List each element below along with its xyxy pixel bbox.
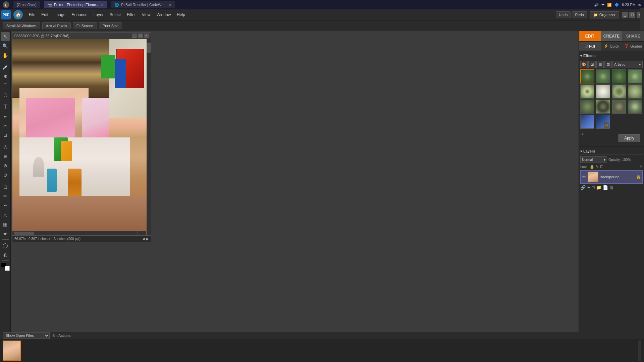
layer-btn-new[interactable]: 📄 — [603, 185, 608, 190]
menu-image[interactable]: Image — [52, 11, 68, 18]
filmstrip-vscroll[interactable] — [640, 8, 644, 30]
effects-header[interactable]: ▾ Effects — [580, 52, 643, 59]
statusbar-next-icon[interactable]: ▶ — [146, 237, 149, 241]
hand-tool[interactable]: ✋ — [1, 51, 10, 60]
tab-crossover[interactable]: [CrossOver] — [13, 1, 40, 8]
fit-screen-button[interactable]: Fit Screen — [73, 22, 97, 29]
print-size-button[interactable]: Print Size — [99, 22, 122, 29]
tab-edit[interactable]: EDIT — [579, 31, 601, 41]
color-swatches[interactable] — [1, 262, 10, 271]
menu-help[interactable]: Help — [174, 11, 188, 18]
effect-thumb-4[interactable] — [628, 69, 642, 83]
fill-tool[interactable]: △ — [1, 210, 10, 219]
effect-thumb-6[interactable] — [596, 84, 610, 99]
effect-thumb-14[interactable]: 🦋 — [596, 115, 610, 129]
layer-btn-delete[interactable]: 🗑 — [609, 185, 614, 190]
apply-button[interactable]: Apply — [619, 134, 640, 142]
lock-icon-2[interactable]: ✎ — [596, 165, 599, 169]
layers-mode-dropdown[interactable]: Normal ▾ — [580, 156, 607, 163]
filmstrip-dropdown[interactable]: Show Open Files — [3, 332, 50, 339]
effect-thumb-10[interactable] — [596, 100, 610, 114]
effects-category-dropdown[interactable]: Artistic ▾ — [612, 61, 643, 68]
img-minimize-button[interactable]: _ — [132, 34, 137, 38]
menu-layer[interactable]: Layer — [91, 11, 106, 18]
scroll-v-thumb[interactable] — [147, 43, 151, 53]
effects-filter-btn-2[interactable]: 🖼 — [588, 61, 596, 68]
effect-thumb-5[interactable] — [580, 84, 594, 99]
layer-btn-group[interactable]: 📁 — [596, 185, 601, 190]
statusbar-prev-icon[interactable]: ◀ — [142, 237, 145, 241]
scroll-v-track[interactable] — [147, 39, 151, 235]
dodge-tool[interactable]: ◐ — [1, 250, 10, 259]
layer-row-background[interactable]: 👁 Background 🔒 — [580, 170, 643, 184]
pencil-tool[interactable]: ✒ — [1, 201, 10, 210]
background-color[interactable] — [5, 266, 10, 271]
effect-thumb-3[interactable] — [612, 69, 626, 83]
scroll-h-thumb[interactable] — [14, 232, 34, 235]
straighten-tool[interactable]: ⊿ — [1, 131, 10, 139]
gradient-tool[interactable]: ▦ — [1, 220, 10, 229]
menu-window[interactable]: Window — [154, 11, 174, 18]
blur-tool[interactable]: ◯ — [1, 241, 10, 250]
layer-btn-link[interactable]: 🔗 — [580, 185, 586, 190]
tab-close-icon2[interactable]: ✕ — [169, 3, 171, 7]
cookie-cutter-tool[interactable]: ✂ — [1, 121, 10, 130]
effects-filter-btn-4[interactable]: ⊡ — [604, 61, 612, 68]
menu-enhance[interactable]: Enhance — [69, 11, 90, 18]
undo-button[interactable]: Undo — [556, 11, 571, 18]
scroll-all-windows-button[interactable]: Scroll All Windows — [3, 22, 40, 29]
filmstrip-scroll[interactable] — [638, 341, 641, 361]
sub-tab-full[interactable]: ⊞ Full — [579, 42, 601, 51]
organizer-button[interactable]: 📁 Organizer — [590, 11, 619, 18]
lock-icon-3[interactable]: ☐ — [600, 165, 603, 169]
effects-more-icon[interactable]: ≡ — [582, 132, 584, 144]
redo-button[interactable]: Redo — [572, 11, 587, 18]
effect-thumb-7[interactable] — [612, 84, 626, 99]
scroll-h-track[interactable] — [12, 231, 146, 235]
custom-shape-tool[interactable]: ★ — [1, 229, 10, 238]
tab-editor[interactable]: 📷 Editor - Photoshop Eleme... ✕ — [44, 1, 107, 8]
brush-tool[interactable]: ✏ — [1, 192, 10, 200]
effect-thumb-2[interactable] — [596, 69, 610, 83]
heal-tool[interactable]: ⊗ — [1, 161, 10, 170]
layer-btn-effect[interactable]: ✦ — [587, 185, 591, 190]
sub-tab-quick[interactable]: ⚡ Quick — [601, 42, 623, 51]
maximize-button[interactable]: ☐ — [629, 12, 635, 18]
menu-select[interactable]: Select — [107, 11, 123, 18]
layer-delete-btn[interactable]: ✕ — [639, 164, 643, 169]
eraser-tool[interactable]: ◻ — [1, 182, 10, 191]
effects-filter-btn-1[interactable]: 🎨 — [580, 61, 588, 68]
menu-file[interactable]: File — [26, 11, 38, 18]
layer-visibility-icon[interactable]: 👁 — [582, 175, 586, 180]
lasso-tool[interactable]: ⌒ — [1, 81, 10, 90]
layer-btn-mask[interactable]: □ — [592, 185, 595, 190]
move-tool[interactable]: ↖ — [1, 32, 10, 41]
tab-close-icon[interactable]: ✕ — [101, 3, 104, 7]
menu-edit[interactable]: Edit — [39, 11, 51, 18]
tab-create[interactable]: CREATE — [601, 31, 623, 41]
effects-filter-btn-3[interactable]: ▤ — [596, 61, 604, 68]
eyedropper-tool[interactable]: 💉 — [1, 63, 10, 71]
effect-thumb-13[interactable] — [580, 115, 594, 129]
zoom-tool[interactable]: 🔍 — [1, 42, 10, 50]
shape-select-tool[interactable]: ⬡ — [1, 91, 10, 100]
effect-thumb-1[interactable] — [580, 69, 594, 83]
text-tool[interactable]: T — [1, 103, 10, 111]
clone-stamp-tool[interactable]: ⊘ — [1, 171, 10, 179]
effect-thumb-11[interactable] — [612, 100, 626, 114]
magic-wand-tool[interactable]: ✱ — [1, 72, 10, 81]
filmstrip-thumb-1[interactable] — [3, 341, 21, 361]
img-close-button[interactable]: ✕ — [144, 34, 149, 38]
home-button[interactable]: 🏠 — [13, 10, 23, 19]
spot-heal-tool[interactable]: ⊕ — [1, 152, 10, 161]
minimize-button[interactable]: _ — [622, 12, 628, 18]
actual-pixels-button[interactable]: Actual Pixels — [42, 22, 71, 29]
tab-pitbull[interactable]: 🌐 PitBull Reseller | CodeWe... ✕ — [111, 1, 174, 8]
effect-thumb-9[interactable] — [580, 100, 594, 114]
tab-share[interactable]: SHARE — [622, 31, 644, 41]
red-eye-tool[interactable]: ◎ — [1, 142, 10, 151]
effect-thumb-12[interactable] — [628, 100, 642, 114]
sub-tab-guided[interactable]: ❓ Guided — [622, 42, 644, 51]
menu-filter[interactable]: Filter — [124, 11, 139, 18]
crop-tool[interactable]: ⌐ — [1, 112, 10, 121]
